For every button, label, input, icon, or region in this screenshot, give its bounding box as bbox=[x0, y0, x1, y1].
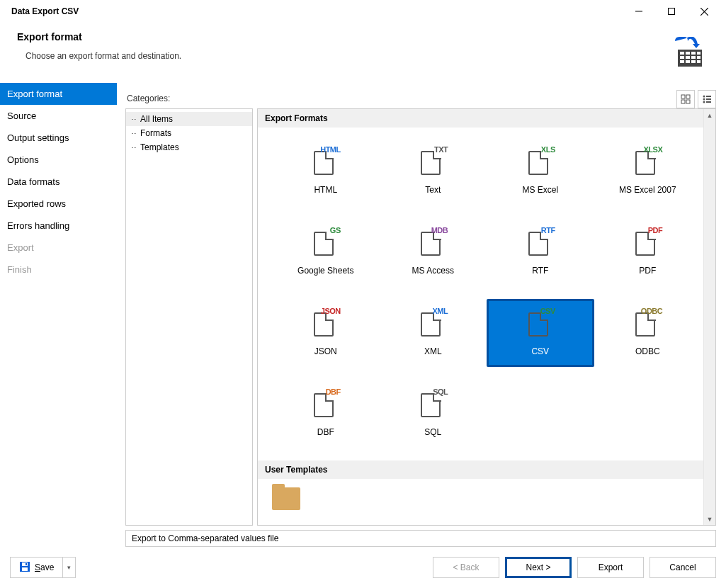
svg-point-23 bbox=[703, 98, 705, 101]
tree-node-formats[interactable]: Formats bbox=[126, 126, 252, 140]
sidebar-item-exported-rows[interactable]: Exported rows bbox=[0, 193, 117, 215]
page-subtitle: Choose an export format and destination. bbox=[25, 51, 671, 61]
file-icon: DBF bbox=[314, 389, 338, 417]
file-icon: HTML bbox=[314, 147, 338, 175]
file-icon: RTF bbox=[528, 227, 552, 256]
svg-rect-16 bbox=[697, 60, 701, 63]
view-large-icons-button[interactable] bbox=[676, 90, 695, 108]
user-templates-header: User Templates bbox=[258, 460, 715, 479]
view-list-button[interactable] bbox=[698, 90, 716, 108]
format-label: ODBC bbox=[635, 346, 660, 356]
footer: Save ▾ < Back Next > Export Cancel bbox=[0, 551, 726, 588]
svg-rect-29 bbox=[22, 567, 28, 571]
svg-rect-18 bbox=[686, 95, 690, 98]
file-icon: TXT bbox=[421, 147, 445, 175]
svg-rect-13 bbox=[680, 60, 684, 63]
format-ms-excel-2007[interactable]: XLSXMS Excel 2007 bbox=[594, 137, 702, 205]
format-dbf[interactable]: DBFDBF bbox=[272, 380, 380, 448]
format-label: MS Access bbox=[412, 266, 454, 276]
format-json[interactable]: JSONJSON bbox=[272, 299, 380, 367]
format-label: Text bbox=[425, 185, 441, 195]
svg-rect-7 bbox=[691, 52, 696, 55]
format-label: HTML bbox=[314, 185, 337, 195]
titlebar: Data Export CSV bbox=[0, 0, 726, 23]
tree-node-all-items[interactable]: All Items bbox=[126, 112, 252, 126]
export-button[interactable]: Export bbox=[577, 557, 644, 578]
next-button[interactable]: Next > bbox=[505, 557, 572, 578]
back-button: < Back bbox=[433, 557, 499, 578]
formats-panel: Export Formats HTMLHTMLTXTTextXLSMS Exce… bbox=[257, 108, 716, 526]
wizard-sidebar: Export formatSourceOutput settingsOption… bbox=[0, 83, 117, 551]
svg-rect-17 bbox=[681, 95, 685, 98]
save-button[interactable]: Save bbox=[11, 558, 62, 577]
format-label: RTF bbox=[532, 266, 548, 276]
svg-rect-14 bbox=[686, 60, 690, 63]
format-label: Google Sheets bbox=[297, 266, 353, 276]
format-label: CSV bbox=[531, 346, 549, 356]
svg-rect-19 bbox=[681, 100, 685, 103]
sidebar-item-finish: Finish bbox=[0, 259, 117, 281]
close-button[interactable] bbox=[688, 1, 720, 22]
save-button-group: Save ▾ bbox=[10, 557, 76, 578]
format-label: XML bbox=[424, 346, 442, 356]
file-icon: XLSX bbox=[635, 147, 659, 175]
format-html[interactable]: HTMLHTML bbox=[272, 137, 380, 205]
svg-rect-15 bbox=[691, 60, 696, 63]
save-dropdown-button[interactable]: ▾ bbox=[62, 558, 75, 577]
svg-rect-5 bbox=[680, 52, 684, 55]
file-icon: SQL bbox=[421, 389, 445, 417]
file-icon: MDB bbox=[421, 227, 445, 256]
file-icon: CSV bbox=[528, 308, 552, 337]
sidebar-item-source[interactable]: Source bbox=[0, 105, 117, 127]
svg-rect-30 bbox=[25, 563, 27, 565]
file-icon: GS bbox=[314, 227, 338, 256]
format-rtf[interactable]: RTFRTF bbox=[487, 218, 594, 286]
svg-rect-24 bbox=[706, 98, 711, 100]
format-label: DBF bbox=[317, 427, 334, 437]
file-icon: PDF bbox=[635, 227, 659, 256]
export-header-icon bbox=[671, 37, 703, 70]
format-sql[interactable]: SQLSQL bbox=[380, 380, 487, 448]
svg-rect-11 bbox=[691, 56, 696, 59]
format-google-sheets[interactable]: GSGoogle Sheets bbox=[272, 218, 380, 286]
sidebar-item-output-settings[interactable]: Output settings bbox=[0, 127, 117, 149]
format-label: MS Excel 2007 bbox=[619, 185, 676, 195]
svg-rect-6 bbox=[686, 52, 690, 55]
scroll-up-icon[interactable]: ▲ bbox=[704, 109, 715, 121]
format-label: JSON bbox=[314, 346, 337, 356]
sidebar-item-options[interactable]: Options bbox=[0, 149, 117, 171]
format-pdf[interactable]: PDFPDF bbox=[594, 218, 702, 286]
file-icon: JSON bbox=[314, 308, 338, 337]
format-odbc[interactable]: ODBCODBC bbox=[594, 299, 702, 367]
svg-rect-22 bbox=[706, 96, 711, 97]
templates-folder-icon[interactable] bbox=[272, 487, 300, 510]
page-title: Export format bbox=[17, 31, 671, 43]
scrollbar[interactable]: ▲ ▼ bbox=[703, 109, 715, 525]
svg-point-21 bbox=[703, 96, 705, 98]
sidebar-item-errors-handling[interactable]: Errors handling bbox=[0, 215, 117, 237]
format-ms-excel[interactable]: XLSMS Excel bbox=[487, 137, 594, 205]
sidebar-item-data-formats[interactable]: Data formats bbox=[0, 171, 117, 193]
format-text[interactable]: TXTText bbox=[380, 137, 487, 205]
window-title: Data Export CSV bbox=[11, 6, 623, 16]
file-icon: ODBC bbox=[635, 308, 659, 337]
svg-rect-26 bbox=[706, 101, 711, 103]
maximize-button[interactable] bbox=[655, 1, 688, 22]
tree-node-templates[interactable]: Templates bbox=[126, 140, 252, 154]
minimize-button[interactable] bbox=[623, 1, 655, 22]
format-label: SQL bbox=[424, 427, 441, 437]
categories-label: Categories: bbox=[125, 91, 676, 108]
sidebar-item-export-format[interactable]: Export format bbox=[0, 83, 117, 105]
cancel-button[interactable]: Cancel bbox=[650, 557, 716, 578]
file-icon: XLS bbox=[528, 147, 552, 175]
export-formats-header: Export Formats bbox=[258, 109, 715, 128]
scroll-down-icon[interactable]: ▼ bbox=[704, 513, 715, 525]
save-label: Save bbox=[35, 562, 54, 572]
format-label: MS Excel bbox=[522, 185, 558, 195]
save-icon bbox=[19, 561, 30, 575]
format-xml[interactable]: XMLXML bbox=[380, 299, 487, 367]
format-csv[interactable]: CSVCSV bbox=[487, 299, 594, 367]
format-ms-access[interactable]: MDBMS Access bbox=[380, 218, 487, 286]
svg-rect-10 bbox=[686, 56, 690, 59]
svg-rect-1 bbox=[669, 9, 675, 15]
